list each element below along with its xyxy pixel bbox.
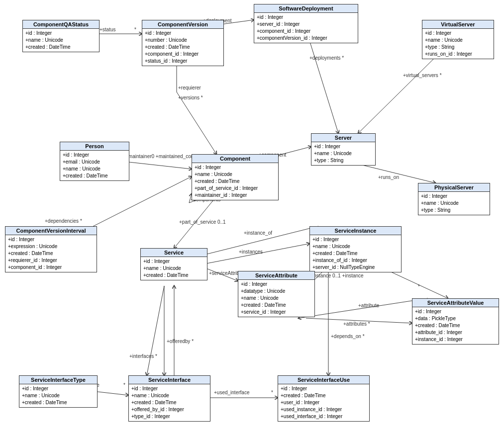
Component-title: Component bbox=[192, 155, 278, 163]
ServiceInstance-attrs: +id : Integer +name : Unicode +created :… bbox=[310, 235, 401, 272]
ServiceInterfaceType-title: ServiceInterfaceType bbox=[19, 376, 97, 384]
VirtualServer-box: VirtualServer +id : Integer +name : Unic… bbox=[422, 20, 494, 59]
ServiceAttributeValue-attrs: +id : Integer +data : PickleType +create… bbox=[412, 307, 499, 344]
ServiceAttributeValue-box: ServiceAttributeValue +id : Integer +dat… bbox=[412, 298, 499, 345]
svg-text:+maintainer0 +maintained_comp.: +maintainer0 +maintained_comp... bbox=[125, 154, 202, 159]
ServiceInterface-attrs: +id : Integer +name : Unicode +created :… bbox=[129, 384, 210, 421]
ComponentVersion-attrs: +id : Integer +number : Unicode +created… bbox=[142, 29, 223, 66]
svg-text:*: * bbox=[134, 27, 136, 32]
Person-title: Person bbox=[60, 142, 129, 151]
Service-title: Service bbox=[141, 249, 207, 257]
Service-attrs: +id : Integer +name : Unicode +created :… bbox=[141, 257, 207, 280]
SoftwareDeployment-box: SoftwareDeployment +id : Integer +server… bbox=[254, 4, 358, 43]
ComponentVersionInterval-attrs: +id : Integer +expression : Unicode +cre… bbox=[5, 235, 97, 272]
ServiceInterfaceUse-title: ServiceInterfaceUse bbox=[278, 376, 369, 384]
ComponentVersion-box: ComponentVersion +id : Integer +number :… bbox=[142, 20, 224, 66]
svg-line-11 bbox=[358, 57, 435, 133]
ComponentQAStatus-title: ComponentQAStatus bbox=[23, 20, 99, 29]
svg-line-9 bbox=[308, 37, 338, 133]
svg-line-13 bbox=[358, 164, 435, 183]
Server-box: Server +id : Integer +name : Unicode +ty… bbox=[311, 133, 376, 166]
svg-text:+offeredby *: +offeredby * bbox=[167, 339, 194, 344]
svg-text:+used_interface: +used_interface bbox=[214, 390, 250, 395]
svg-line-6 bbox=[177, 92, 216, 154]
ServiceInterface-title: ServiceInterface bbox=[129, 376, 210, 384]
svg-text:+requierer: +requierer bbox=[178, 85, 202, 90]
svg-line-49 bbox=[299, 298, 428, 318]
svg-line-15 bbox=[124, 162, 192, 169]
PhysicalServer-attrs: +id : Integer +name : Unicode +type : St… bbox=[418, 192, 490, 215]
ServiceInterfaceUse-box: ServiceInterfaceUse +id : Integer +creat… bbox=[278, 375, 370, 422]
ComponentVersionInterval-box: ComponentVersionInterval +id : Integer +… bbox=[5, 226, 97, 272]
ServiceAttribute-box: ServiceAttribute +id : Integer +datatype… bbox=[238, 271, 315, 317]
ComponentQAStatus-box: ComponentQAStatus +id : Integer +name : … bbox=[22, 20, 100, 52]
Server-title: Server bbox=[311, 134, 375, 142]
svg-line-51 bbox=[147, 286, 164, 375]
Server-attrs: +id : Integer +name : Unicode +type : St… bbox=[311, 142, 375, 165]
ComponentQAStatus-attrs: +id : Integer +name : Unicode +created :… bbox=[23, 29, 99, 52]
svg-text:*: * bbox=[271, 390, 273, 395]
svg-text:+versions *: +versions * bbox=[178, 95, 203, 100]
Service-box: Service +id : Integer +name : Unicode +c… bbox=[140, 248, 207, 280]
ServiceAttributeValue-title: ServiceAttributeValue bbox=[412, 299, 499, 307]
svg-text:+attribute: +attribute bbox=[358, 303, 379, 308]
Person-box: Person +id : Integer +email : Unicode +n… bbox=[60, 142, 129, 181]
ServiceInterfaceType-attrs: +id : Integer +name : Unicode +created :… bbox=[19, 384, 97, 407]
ServiceInstance-title: ServiceInstance bbox=[310, 227, 401, 235]
SoftwareDeployment-title: SoftwareDeployment bbox=[254, 4, 358, 13]
ServiceInstance-box: ServiceInstance +id : Integer +name : Un… bbox=[309, 226, 402, 272]
svg-text:+deployments *: +deployments * bbox=[309, 55, 344, 61]
ComponentVersion-title: ComponentVersion bbox=[142, 20, 223, 29]
svg-text:+part_of_service 0..1: +part_of_service 0..1 bbox=[179, 219, 226, 225]
svg-text:+dependencies *: +dependencies * bbox=[45, 218, 82, 224]
Component-box: Component +id : Integer +name : Unicode … bbox=[192, 154, 279, 200]
ServiceInterfaceUse-attrs: +id : Integer +created : DateTime +user_… bbox=[278, 384, 369, 421]
svg-text:+status: +status bbox=[100, 27, 116, 32]
PhysicalServer-box: PhysicalServer +id : Integer +name : Uni… bbox=[418, 183, 490, 215]
svg-text:+depends_on *: +depends_on * bbox=[331, 334, 365, 339]
Person-attrs: +id : Integer +email : Unicode +name : U… bbox=[60, 151, 129, 180]
svg-text:+attributes *: +attributes * bbox=[343, 321, 370, 327]
svg-text:*: * bbox=[123, 382, 125, 388]
SoftwareDeployment-attrs: +id : Integer +server_id : Integer +comp… bbox=[254, 13, 358, 43]
svg-text:+instances: +instances bbox=[239, 249, 263, 255]
ServiceAttribute-attrs: +id : Integer +datatype : Unicode +name … bbox=[238, 280, 314, 317]
connections-svg: +status * +deployment +requierer +versio… bbox=[0, 0, 504, 436]
svg-text:+runs_on: +runs_on bbox=[378, 174, 399, 180]
ServiceAttribute-title: ServiceAttribute bbox=[238, 271, 314, 280]
svg-text:+virtual_servers *: +virtual_servers * bbox=[403, 73, 442, 78]
VirtualServer-title: VirtualServer bbox=[422, 20, 494, 29]
svg-text:+interfaces *: +interfaces * bbox=[129, 353, 157, 359]
ServiceInterface-box: ServiceInterface +id : Integer +name : U… bbox=[128, 375, 210, 422]
diagram-container: +status * +deployment +requierer +versio… bbox=[0, 0, 504, 436]
Component-attrs: +id : Integer +name : Unicode +created :… bbox=[192, 163, 278, 200]
PhysicalServer-title: PhysicalServer bbox=[418, 183, 490, 192]
ServiceInterfaceType-box: ServiceInterfaceType +id : Integer +name… bbox=[19, 375, 98, 408]
svg-text:+instance_of: +instance_of bbox=[244, 230, 272, 236]
VirtualServer-attrs: +id : Integer +name : Unicode +type : St… bbox=[422, 29, 494, 59]
svg-text:*: * bbox=[418, 284, 420, 289]
ComponentVersionInterval-title: ComponentVersionInterval bbox=[5, 227, 97, 235]
